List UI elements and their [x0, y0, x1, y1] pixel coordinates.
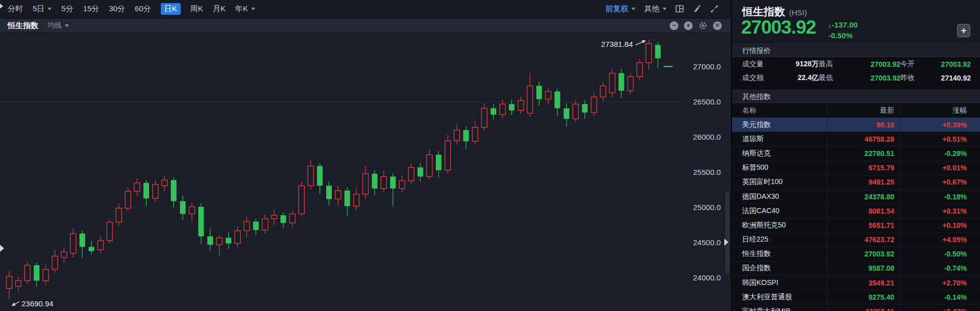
table-row-英国富时100[interactable]: 英国富时1009491.25+0.67%: [732, 175, 980, 190]
price-change-pct: -0.50%: [828, 31, 853, 40]
quote-value: 27003.92: [927, 60, 971, 68]
y-axis-label: 25000.0: [693, 203, 721, 212]
quote-panel: 恒生指数(HSI) 27003.92 ↓-137.00 -0.50% + 行情报…: [731, 0, 980, 311]
period-tab-15分[interactable]: 15分: [83, 4, 100, 14]
down-arrow-icon: ↓: [828, 20, 832, 29]
y-axis-label: 27000.0: [693, 62, 721, 71]
symbol-label: 恒生指数: [8, 21, 38, 31]
chart-controls: −+✕: [69, 21, 722, 30]
fullscreen-icon[interactable]: [710, 5, 719, 13]
index-last-cell: 5651.71: [837, 221, 894, 229]
index-last-cell: 22780.51: [837, 149, 894, 158]
table-row-国企指数[interactable]: 国企指数9587.08-0.74%: [732, 262, 980, 276]
section-other-indices: 其他指数: [732, 90, 980, 103]
period-tab-30分[interactable]: 30分: [109, 4, 125, 14]
table-row-澳大利亚普通股[interactable]: 澳大利亚普通股9275.40-0.14%: [732, 290, 980, 304]
index-pct-cell: +0.67%: [894, 178, 980, 186]
quote-value: 27003.92: [851, 74, 900, 82]
index-last-cell: 9275.40: [837, 293, 894, 301]
table-row-法国CAC40[interactable]: 法国CAC408081.54+0.31%: [732, 204, 980, 218]
index-code: (HSI): [789, 8, 807, 17]
index-name-cell: 国企指数: [732, 264, 837, 273]
index-pct-cell: +0.43%: [894, 307, 980, 311]
other-label: 其他: [644, 4, 659, 14]
index-pct-cell: -0.18%: [894, 193, 980, 201]
quote-label: 最低: [819, 73, 851, 83]
quote-label: 成交额: [742, 73, 785, 83]
collapse-handle-top-icon[interactable]: [0, 4, 3, 9]
ma-dropdown[interactable]: 均线: [47, 21, 69, 30]
period-tab-5日[interactable]: 5日: [33, 4, 52, 14]
period-tab-5分[interactable]: 5分: [61, 4, 73, 14]
table-row-纳斯达克[interactable]: 纳斯达克22780.51-0.28%: [732, 146, 980, 161]
col-pct: 涨幅: [894, 106, 980, 115]
quote-label: 今开: [900, 60, 927, 69]
trading-app: { "toolbar": { "periods": [ {"label":"分时…: [0, 0, 980, 311]
table-row-韩国KOSPI[interactable]: 韩国KOSPI3549.21+2.70%: [732, 276, 980, 290]
index-pct-cell: +0.01%: [894, 164, 980, 172]
index-last-cell: 3549.21: [837, 279, 894, 287]
brush-icon[interactable]: [693, 5, 701, 13]
quote-value: 27140.92: [927, 74, 971, 82]
chevron-down-icon: [631, 8, 635, 10]
zoom-in-icon[interactable]: +: [684, 21, 693, 30]
indices-table: 美元指数98.10+0.39%道琼斯46758.28+0.51%纳斯达克2278…: [732, 118, 980, 311]
symbol-toolbar: 恒生指数 均线 −+✕: [0, 19, 731, 33]
close-icon[interactable]: ✕: [713, 21, 722, 30]
period-tab-月K[interactable]: 月K: [213, 4, 226, 14]
layout-grid-icon[interactable]: [675, 5, 684, 13]
index-name-cell: 美元指数: [732, 120, 837, 129]
adjust-dropdown[interactable]: 前复权: [605, 4, 635, 14]
chevron-down-icon: [47, 8, 52, 10]
collapse-right-panel-icon[interactable]: [724, 239, 728, 246]
index-pct-cell: +0.51%: [894, 135, 980, 143]
index-name-cell: 日经225: [732, 235, 837, 244]
settings-icon[interactable]: [698, 21, 707, 30]
period-tab-分时[interactable]: 分时: [8, 4, 23, 14]
chevron-down-icon: [65, 24, 69, 27]
high-annotation: 27381.84: [601, 40, 633, 48]
index-last-cell: 98.10: [837, 121, 894, 129]
candlestick-chart[interactable]: 27000.026500.026000.025500.025000.024500…: [0, 33, 731, 311]
y-axis-label: 26500.0: [693, 97, 721, 106]
period-tab-周K[interactable]: 周K: [190, 4, 203, 14]
index-name-cell: 德国DAX30: [732, 192, 837, 201]
col-name: 名称: [732, 106, 837, 115]
zoom-out-icon[interactable]: −: [670, 21, 678, 30]
column-divider: [899, 103, 900, 311]
index-name-cell: 欧洲斯托克50: [732, 221, 837, 230]
index-name-cell: 澳大利亚普通股: [732, 293, 837, 302]
index-name-cell: 纳斯达克: [732, 149, 837, 158]
period-tab-日K[interactable]: 日K: [161, 3, 181, 15]
table-row-德国DAX30[interactable]: 德国DAX3024378.80-0.18%: [732, 190, 980, 204]
index-name-cell: 恒生指数: [732, 249, 837, 258]
y-axis-label: 24000.0: [693, 273, 721, 282]
low-annotation: 23690.94: [21, 299, 54, 308]
table-row-富时意大利MIB[interactable]: 富时意大利MIB43258.11+0.43%: [732, 304, 980, 311]
index-pct-cell: +4.05%: [894, 236, 980, 244]
table-row-日经225[interactable]: 日经22547623.72+4.05%: [732, 233, 980, 247]
axis-scrollbar-thumb[interactable]: [725, 192, 729, 274]
table-row-恒生指数[interactable]: 恒生指数27003.92-0.50%: [732, 247, 980, 262]
quote-value: 27003.92: [851, 60, 900, 68]
index-name-cell: 道琼斯: [732, 135, 837, 144]
quote-grid: 成交量9128万最高27003.92今开27003.92成交额22.4亿最低27…: [742, 57, 971, 85]
table-row-道琼斯[interactable]: 道琼斯46758.28+0.51%: [732, 132, 980, 146]
index-name-cell: 标普500: [732, 163, 837, 172]
table-row-标普500[interactable]: 标普5006715.79+0.01%: [732, 161, 980, 175]
period-tab-年K[interactable]: 年K: [235, 4, 255, 14]
period-tab-60分[interactable]: 60分: [135, 4, 151, 14]
index-last-cell: 6715.79: [837, 164, 894, 172]
col-last: 最新: [837, 106, 894, 115]
index-last-cell: 27003.92: [837, 250, 894, 258]
chart-region: 分时5日5分15分30分60分日K周K月K年K 前复权 其他 恒生指数 均线 −…: [0, 0, 731, 311]
table-row-美元指数[interactable]: 美元指数98.10+0.39%: [732, 118, 980, 132]
table-row-欧洲斯托克50[interactable]: 欧洲斯托克505651.71+0.10%: [732, 218, 980, 232]
index-name-cell: 英国富时100: [732, 177, 837, 187]
other-dropdown[interactable]: 其他: [644, 4, 667, 14]
index-last-cell: 46758.28: [837, 135, 894, 143]
toolbar-right: 前复权 其他: [605, 4, 719, 14]
index-name: 恒生指数: [742, 6, 785, 17]
add-to-watchlist-button[interactable]: +: [957, 24, 970, 37]
expand-left-panel-icon[interactable]: [0, 245, 4, 252]
